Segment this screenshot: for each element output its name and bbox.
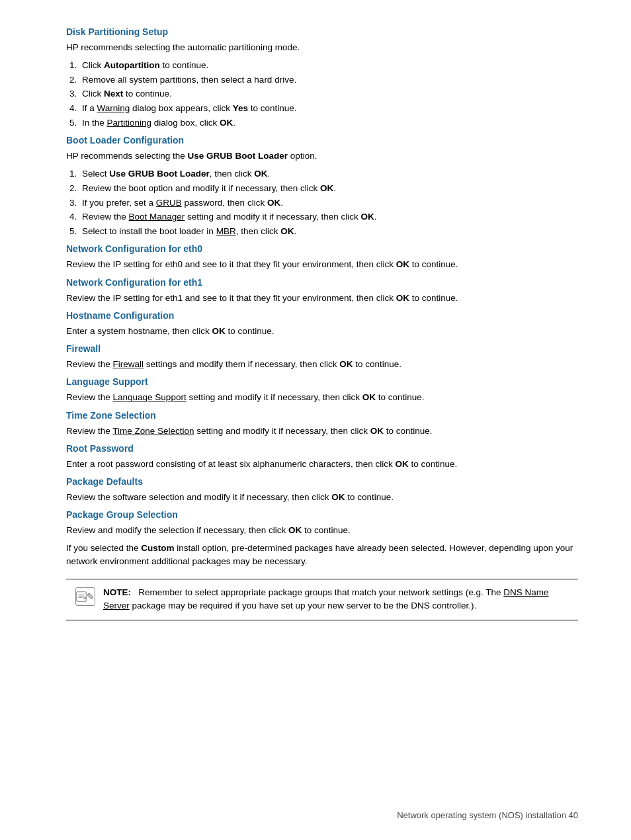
- note-text: NOTE: Remember to select appropriate pac…: [103, 586, 569, 613]
- section-hostname: Hostname Configuration Enter a system ho…: [66, 310, 578, 338]
- note-label: NOTE:: [103, 587, 131, 597]
- heading-firewall: Firewall: [66, 343, 578, 354]
- list-item: Review the Boot Manager setting and modi…: [79, 210, 578, 224]
- page-footer: Network operating system (NOS) installat…: [397, 810, 578, 820]
- heading-network-eth1: Network Configuration for eth1: [66, 277, 578, 288]
- note-icon: [75, 587, 95, 606]
- list-item: Select Use GRUB Boot Loader, then click …: [79, 167, 578, 181]
- firewall-body: Review the Firewall settings and modify …: [66, 358, 578, 371]
- list-item: Remove all system partitions, then selec…: [79, 73, 578, 87]
- section-disk-partitioning: Disk Partitioning Setup HP recommends se…: [66, 26, 578, 130]
- section-timezone: Time Zone Selection Review the Time Zone…: [66, 410, 578, 438]
- section-root-password: Root Password Enter a root password cons…: [66, 443, 578, 471]
- list-item: If you prefer, set a GRUB password, then…: [79, 196, 578, 210]
- section-package-defaults: Package Defaults Review the software sel…: [66, 476, 578, 504]
- boot-loader-intro: HP recommends selecting the Use GRUB Boo…: [66, 149, 578, 163]
- section-language: Language Support Review the Language Sup…: [66, 376, 578, 404]
- disk-partitioning-intro: HP recommends selecting the automatic pa…: [66, 41, 578, 54]
- hostname-body: Enter a system hostname, then click OK t…: [66, 325, 578, 338]
- heading-timezone: Time Zone Selection: [66, 410, 578, 421]
- heading-language: Language Support: [66, 376, 578, 387]
- heading-boot-loader: Boot Loader Configuration: [66, 135, 578, 146]
- boot-loader-steps: Select Use GRUB Boot Loader, then click …: [79, 167, 578, 238]
- list-item: Select to install the boot loader in MBR…: [79, 224, 578, 239]
- section-network-eth1: Network Configuration for eth1 Review th…: [66, 277, 578, 305]
- section-firewall: Firewall Review the Firewall settings an…: [66, 343, 578, 371]
- language-body: Review the Language Support setting and …: [66, 391, 578, 404]
- page: Disk Partitioning Setup HP recommends se…: [0, 0, 631, 840]
- section-boot-loader: Boot Loader Configuration HP recommends …: [66, 135, 578, 238]
- package-group-body1: Review and modify the selection if neces…: [66, 524, 578, 537]
- svg-rect-0: [77, 592, 87, 602]
- list-item: Click Next to continue.: [79, 87, 578, 101]
- heading-disk-partitioning: Disk Partitioning Setup: [66, 26, 578, 37]
- heading-network-eth0: Network Configuration for eth0: [66, 243, 578, 254]
- timezone-body: Review the Time Zone Selection setting a…: [66, 425, 578, 438]
- note-box: NOTE: Remember to select appropriate pac…: [66, 579, 578, 620]
- section-network-eth0: Network Configuration for eth0 Review th…: [66, 243, 578, 271]
- heading-root-password: Root Password: [66, 443, 578, 454]
- heading-hostname: Hostname Configuration: [66, 310, 578, 321]
- list-item: Click Autopartition to continue.: [79, 58, 578, 73]
- package-defaults-body: Review the software selection and modify…: [66, 491, 578, 504]
- network-eth0-body: Review the IP setting for eth0 and see t…: [66, 258, 578, 271]
- section-package-group: Package Group Selection Review and modif…: [66, 509, 578, 568]
- package-group-body2: If you selected the Custom install optio…: [66, 542, 578, 569]
- heading-package-group: Package Group Selection: [66, 509, 578, 520]
- root-password-body: Enter a root password consisting of at l…: [66, 458, 578, 471]
- disk-partitioning-steps: Click Autopartition to continue. Remove …: [79, 58, 578, 130]
- list-item: If a Warning dialog box appears, click Y…: [79, 101, 578, 116]
- list-item: In the Partitioning dialog box, click OK…: [79, 116, 578, 130]
- network-eth1-body: Review the IP setting for eth1 and see t…: [66, 292, 578, 305]
- footer-text: Network operating system (NOS) installat…: [397, 810, 578, 820]
- list-item: Review the boot option and modify it if …: [79, 181, 578, 196]
- heading-package-defaults: Package Defaults: [66, 476, 578, 487]
